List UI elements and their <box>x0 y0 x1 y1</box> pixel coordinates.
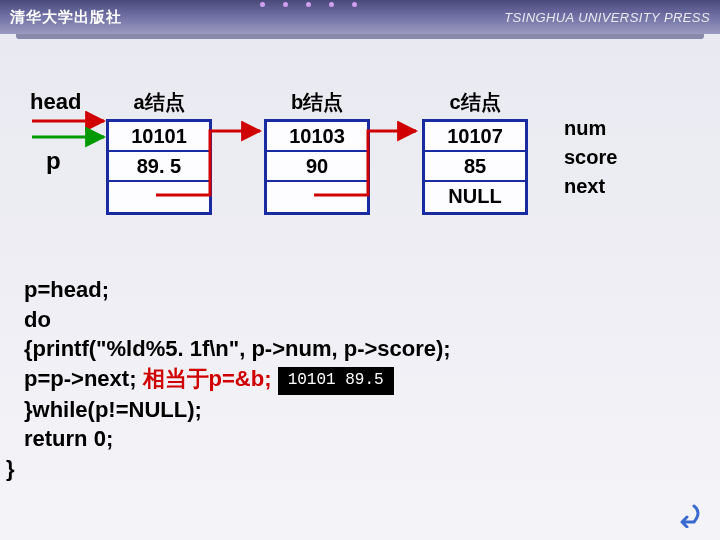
console-output: 10101 89.5 <box>278 367 394 395</box>
code-line-5: }while(p!=NULL); <box>24 395 712 425</box>
node-b-label: b结点 <box>291 89 343 116</box>
node-c-label: c结点 <box>449 89 500 116</box>
node-c-box: 10107 85 NULL <box>422 119 528 215</box>
node-b-score: 90 <box>267 152 367 182</box>
code-line-4-note: 相当于p=&b; <box>143 366 272 391</box>
code-line-4: p=p->next; 相当于p=&b; 10101 89.5 <box>24 364 712 395</box>
struct-field-labels: num score next <box>564 117 617 198</box>
node-a-box: 10101 89. 5 <box>106 119 212 215</box>
node-c-score: 85 <box>425 152 525 182</box>
node-b-num: 10103 <box>267 122 367 152</box>
publisher-en: TSINGHUA UNIVERSITY PRESS <box>504 10 710 25</box>
code-line-7: } <box>6 454 712 484</box>
node-b-next <box>267 182 367 212</box>
code-line-3: {printf("%ld%5. 1f\n", p->num, p->score)… <box>24 334 712 364</box>
node-c-num: 10107 <box>425 122 525 152</box>
field-next-label: next <box>564 175 617 198</box>
linked-list-diagram: a结点 10101 89. 5 b结点 10103 90 c结点 10107 8… <box>106 89 528 215</box>
node-a-label: a结点 <box>133 89 184 116</box>
slide-content: head p a结点 10101 89. 5 b结点 10103 90 c结点 … <box>0 39 720 95</box>
field-num-label: num <box>564 117 617 140</box>
publisher-zh: 清华大学出版社 <box>10 8 122 27</box>
node-c-next: NULL <box>425 182 525 212</box>
code-line-1: p=head; <box>24 275 712 305</box>
code-line-4-main: p=p->next; <box>24 366 143 391</box>
title-bar: 清华大学出版社 TSINGHUA UNIVERSITY PRESS <box>0 0 720 34</box>
head-pointer-label: head <box>30 89 81 115</box>
back-arrow-icon <box>668 500 704 528</box>
node-a-next <box>109 182 209 212</box>
back-button[interactable] <box>668 500 704 532</box>
code-line-6: return 0; <box>24 424 712 454</box>
node-c: c结点 10107 85 NULL <box>422 89 528 215</box>
node-a: a结点 10101 89. 5 <box>106 89 212 215</box>
field-score-label: score <box>564 146 617 169</box>
p-pointer-label: p <box>46 147 61 175</box>
code-line-2: do <box>24 305 712 335</box>
node-b: b结点 10103 90 <box>264 89 370 215</box>
code-block: p=head; do {printf("%ld%5. 1f\n", p->num… <box>24 275 712 484</box>
node-b-box: 10103 90 <box>264 119 370 215</box>
node-a-num: 10101 <box>109 122 209 152</box>
node-a-score: 89. 5 <box>109 152 209 182</box>
